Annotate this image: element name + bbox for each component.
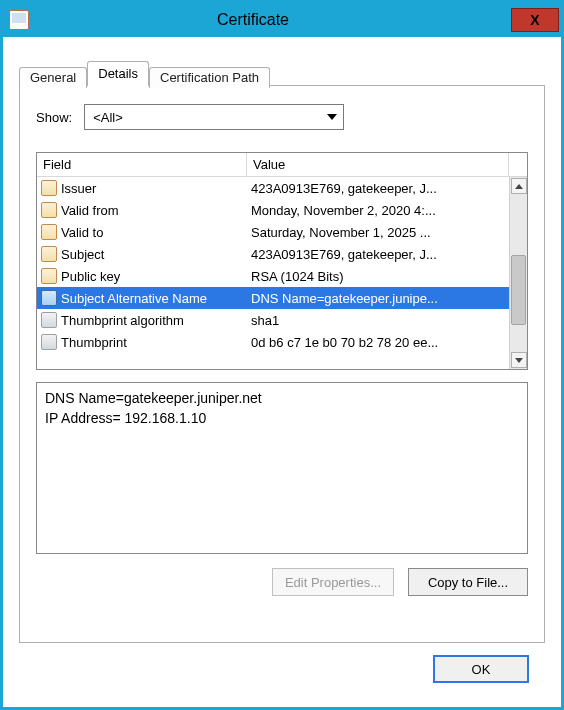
show-selected-value: <All>	[93, 110, 123, 125]
fields-list: Field Value Issuer423A0913E769, gatekeep…	[36, 152, 528, 370]
copy-to-file-button[interactable]: Copy to File...	[408, 568, 528, 596]
tab-panel-details: Show: <All> Field Value Issuer423A0913E7…	[19, 85, 545, 643]
value-cell: 0d b6 c7 1e b0 70 b2 78 20 ee...	[247, 335, 509, 350]
field-label: Public key	[61, 269, 120, 284]
tab-details[interactable]: Details	[87, 61, 149, 86]
field-label: Issuer	[61, 181, 96, 196]
column-header-field[interactable]: Field	[37, 153, 247, 176]
field-row[interactable]: Valid toSaturday, November 1, 2025 ...	[37, 221, 509, 243]
value-cell: 423A0913E769, gatekeeper, J...	[247, 181, 509, 196]
fields-header: Field Value	[37, 153, 527, 177]
show-dropdown[interactable]: <All>	[84, 104, 344, 130]
certificate-field-icon	[41, 246, 57, 262]
field-row[interactable]: Issuer423A0913E769, gatekeeper, J...	[37, 177, 509, 199]
field-cell: Thumbprint algorithm	[37, 312, 247, 328]
column-header-scroll-spacer	[509, 153, 527, 176]
app-icon	[9, 10, 29, 30]
field-cell: Valid from	[37, 202, 247, 218]
fields-body: Issuer423A0913E769, gatekeeper, J...Vali…	[37, 177, 527, 369]
tabstrip: General Details Certification Path	[19, 59, 545, 85]
value-cell: Monday, November 2, 2020 4:...	[247, 203, 509, 218]
show-row: Show: <All>	[36, 104, 528, 130]
field-label: Thumbprint algorithm	[61, 313, 184, 328]
edit-properties-button: Edit Properties...	[272, 568, 394, 596]
tab-certification-path[interactable]: Certification Path	[149, 67, 270, 88]
close-button[interactable]: X	[511, 8, 559, 32]
ok-button[interactable]: OK	[433, 655, 529, 683]
certificate-field-icon	[41, 180, 57, 196]
vertical-scrollbar[interactable]	[509, 177, 527, 369]
tab-general[interactable]: General	[19, 67, 87, 88]
value-cell: RSA (1024 Bits)	[247, 269, 509, 284]
certificate-field-icon	[41, 334, 57, 350]
show-label: Show:	[36, 110, 72, 125]
field-cell: Subject	[37, 246, 247, 262]
field-row[interactable]: Subject423A0913E769, gatekeeper, J...	[37, 243, 509, 265]
field-cell: Valid to	[37, 224, 247, 240]
certificate-field-icon	[41, 268, 57, 284]
field-label: Thumbprint	[61, 335, 127, 350]
close-icon: X	[530, 12, 539, 28]
scroll-track[interactable]	[510, 195, 527, 351]
field-row[interactable]: Thumbprint0d b6 c7 1e b0 70 b2 78 20 ee.…	[37, 331, 509, 353]
dialog-bottom-bar: OK	[19, 643, 545, 693]
field-cell: Issuer	[37, 180, 247, 196]
titlebar: Certificate X	[3, 3, 561, 37]
scroll-up-button[interactable]	[511, 178, 527, 194]
scroll-down-button[interactable]	[511, 352, 527, 368]
certificate-field-icon	[41, 224, 57, 240]
field-cell: Public key	[37, 268, 247, 284]
value-cell: DNS Name=gatekeeper.junipe...	[247, 291, 509, 306]
field-label: Valid from	[61, 203, 119, 218]
field-label: Subject Alternative Name	[61, 291, 207, 306]
chevron-down-icon	[515, 358, 523, 363]
certificate-field-icon	[41, 312, 57, 328]
fields-rows: Issuer423A0913E769, gatekeeper, J...Vali…	[37, 177, 509, 369]
scroll-thumb[interactable]	[511, 255, 526, 325]
value-cell: 423A0913E769, gatekeeper, J...	[247, 247, 509, 262]
certificate-field-icon	[41, 202, 57, 218]
certificate-dialog: Certificate X General Details Certificat…	[0, 0, 564, 710]
field-label: Subject	[61, 247, 104, 262]
column-header-value[interactable]: Value	[247, 153, 509, 176]
field-cell: Thumbprint	[37, 334, 247, 350]
window-title: Certificate	[35, 11, 511, 29]
field-row[interactable]: Valid fromMonday, November 2, 2020 4:...	[37, 199, 509, 221]
action-buttons: Edit Properties... Copy to File...	[36, 568, 528, 596]
chevron-down-icon	[327, 114, 337, 120]
value-cell: Saturday, November 1, 2025 ...	[247, 225, 509, 240]
field-row[interactable]: Public keyRSA (1024 Bits)	[37, 265, 509, 287]
field-row[interactable]: Subject Alternative NameDNS Name=gatekee…	[37, 287, 509, 309]
certificate-field-icon	[41, 290, 57, 306]
field-detail-pane[interactable]: DNS Name=gatekeeper.juniper.net IP Addre…	[36, 382, 528, 554]
client-area: General Details Certification Path Show:…	[3, 37, 561, 707]
chevron-up-icon	[515, 184, 523, 189]
value-cell: sha1	[247, 313, 509, 328]
field-label: Valid to	[61, 225, 103, 240]
field-cell: Subject Alternative Name	[37, 290, 247, 306]
field-row[interactable]: Thumbprint algorithmsha1	[37, 309, 509, 331]
